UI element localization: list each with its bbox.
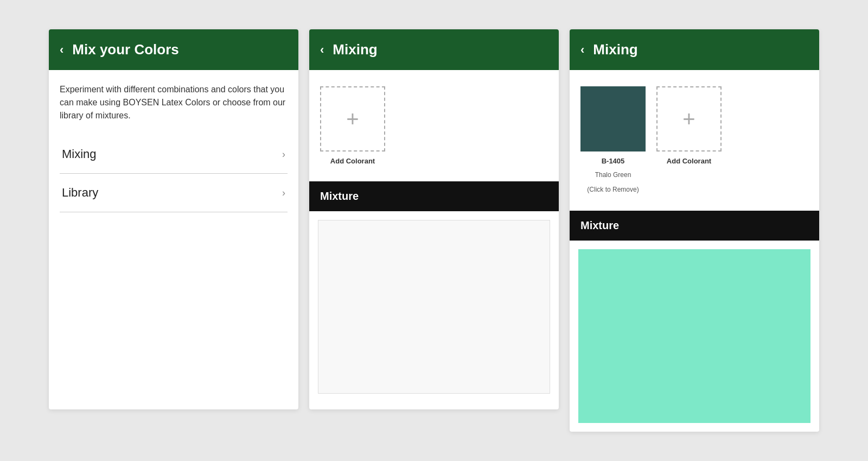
colorant-name: Thalo Green	[595, 170, 631, 180]
mixture-title-3: Mixture	[580, 219, 619, 231]
screen-mix-colors: ‹ Mix your Colors Experiment with differ…	[49, 29, 298, 409]
plus-icon-2: +	[346, 108, 359, 130]
menu-item-mixing-label: Mixing	[62, 147, 97, 161]
screen1-header: ‹ Mix your Colors	[49, 29, 298, 70]
screen1-body: Experiment with different combinations a…	[49, 70, 298, 225]
add-colorant-label-2: Add Colorant	[330, 157, 375, 165]
mixture-header-2: Mixture	[309, 181, 559, 211]
thalo-green-swatch[interactable]	[580, 86, 646, 151]
back-arrow-1[interactable]: ‹	[60, 43, 63, 57]
screen3-header: ‹ Mixing	[570, 29, 819, 70]
description-text: Experiment with different combinations a…	[60, 83, 288, 122]
add-colorant-box-2: + Add Colorant	[320, 86, 385, 165]
mixture-title-2: Mixture	[320, 190, 359, 202]
mixture-color-fill-3	[578, 249, 810, 423]
colorants-row-2: + Add Colorant	[309, 70, 559, 181]
mixture-preview-area-3	[570, 241, 819, 432]
colorant-click-remove: (Click to Remove)	[587, 185, 639, 194]
screens-container: ‹ Mix your Colors Experiment with differ…	[16, 8, 852, 453]
menu-item-mixing[interactable]: Mixing ›	[60, 135, 288, 174]
add-colorant-placeholder-2[interactable]: +	[320, 86, 385, 151]
colorants-row-3: B-1405 Thalo Green (Click to Remove) + A…	[570, 70, 819, 211]
back-arrow-3[interactable]: ‹	[580, 43, 584, 57]
chevron-right-library: ›	[282, 187, 285, 199]
screen1-title: Mix your Colors	[72, 41, 178, 58]
add-colorant-label-3: Add Colorant	[667, 157, 711, 165]
screen3-title: Mixing	[593, 41, 637, 58]
mixture-blank-2	[318, 220, 550, 394]
colorant-code: B-1405	[602, 157, 625, 165]
add-colorant-box-3: + Add Colorant	[656, 86, 722, 165]
mixture-preview-area-2	[309, 211, 559, 402]
screen2-header: ‹ Mixing	[309, 29, 559, 70]
menu-item-library-label: Library	[62, 186, 98, 200]
plus-icon-3: +	[682, 108, 695, 130]
menu-item-library[interactable]: Library ›	[60, 174, 288, 212]
mixture-header-3: Mixture	[570, 211, 819, 241]
thalo-green-box: B-1405 Thalo Green (Click to Remove)	[580, 86, 646, 194]
screen-mixing-empty: ‹ Mixing + Add Colorant Mixture	[309, 29, 559, 409]
add-colorant-placeholder-3[interactable]: +	[656, 86, 722, 151]
screen-mixing-filled: ‹ Mixing B-1405 Thalo Green (Click to Re…	[570, 29, 819, 432]
chevron-right-mixing: ›	[282, 149, 285, 160]
back-arrow-2[interactable]: ‹	[320, 43, 324, 57]
screen2-title: Mixing	[333, 41, 377, 58]
